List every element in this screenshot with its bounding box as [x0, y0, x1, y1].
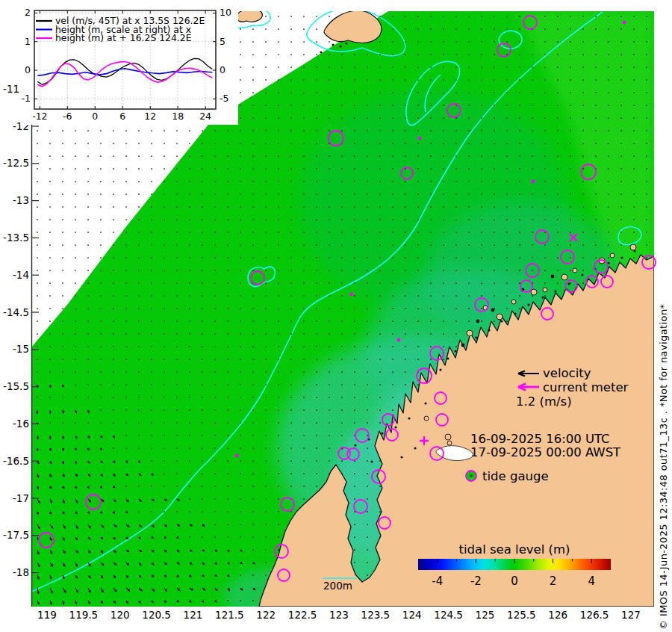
colorbar-tick-label: 4 [588, 574, 595, 588]
x-tick-label: 124.5 [434, 609, 463, 621]
roti-island [236, 10, 262, 22]
island-speck [554, 290, 556, 292]
x-tick-label: 127 [621, 609, 641, 621]
current-meter-dot [235, 454, 239, 458]
island-speck [461, 344, 465, 347]
current-meter-dot [350, 293, 354, 297]
y-tick-label: -17 [13, 492, 29, 504]
islet [497, 314, 503, 320]
island-speck [488, 329, 490, 331]
island-speck [345, 42, 347, 44]
island-speck [447, 357, 449, 359]
island-speck [514, 312, 516, 315]
island-speck [394, 426, 396, 428]
x-tick-label: 123.5 [361, 609, 391, 621]
islet [445, 434, 451, 440]
island-speck [424, 402, 426, 404]
x-tick-label: 120 [111, 609, 130, 621]
island-speck [332, 43, 334, 46]
x-tick-label: 125.5 [507, 609, 536, 621]
y-tick-label: -16.5 [3, 455, 29, 467]
islet [424, 416, 429, 421]
y-tick-label: -14.5 [3, 306, 29, 318]
island-speck [339, 45, 341, 47]
y-tick-label: -12.5 [3, 157, 29, 169]
utc-timestamp: 16-09-2025 16:00 UTC [470, 432, 610, 446]
colorbar-tick-label: -4 [432, 574, 443, 588]
island-speck [439, 368, 441, 371]
current-meter-label: current meter [543, 380, 629, 394]
island-speck [567, 282, 570, 285]
inset-yleft-label: 2 [25, 7, 31, 18]
island-speck [541, 296, 544, 298]
x-tick-label: 126.5 [580, 609, 609, 621]
colorbar-tick-label: -2 [470, 574, 482, 588]
inset-yright-label: 0 [220, 64, 225, 75]
current-meter-dot [532, 180, 535, 184]
tidal-map-canvas: -11.5-12-12.5-13-13.5-14-14.5-15-15.5-16… [0, 0, 672, 632]
legend-label-height-plus: height (m) at + 16.2S 124.2E [55, 32, 192, 43]
y-tick-label: -14 [13, 269, 29, 281]
island-speck [620, 256, 623, 258]
inset-yleft-label: -1 [22, 93, 31, 104]
islet [467, 330, 473, 336]
island-speck [370, 460, 373, 462]
island-speck [381, 432, 383, 434]
colorbar-title: tidal sea level (m) [459, 542, 570, 557]
inset-x-tick-label: 18 [172, 111, 184, 122]
colorbar-tick-label: 2 [550, 574, 557, 588]
islet [511, 300, 516, 304]
x-tick-label: 122 [256, 609, 276, 621]
island-speck [454, 350, 456, 352]
islet [573, 268, 577, 273]
island-speck [500, 320, 503, 322]
island-speck [320, 51, 322, 53]
inset-legend: vel (m/s, 45T) at x 13.5S 126.2E height … [36, 15, 205, 43]
islet [543, 288, 547, 292]
inset-x-tick-label: 12 [144, 111, 156, 122]
velocity-label: velocity [543, 366, 591, 380]
island-speck [633, 250, 635, 252]
inset-x-tick-label: 6 [119, 111, 125, 122]
inset-x-tick-label: -6 [63, 111, 72, 122]
x-tick-label: 120.5 [142, 609, 171, 621]
island-speck [476, 320, 480, 323]
y-tick-label: -18 [13, 566, 29, 578]
inset-yright-label: -5 [220, 93, 228, 104]
island-speck [527, 303, 529, 306]
x-tick-label: 122.5 [288, 609, 317, 621]
contour-200m-label: 200m [323, 580, 352, 592]
x-tick-label: 126 [548, 609, 567, 621]
y-tick-label: -17.5 [3, 529, 29, 541]
inset-x-tick-label: 0 [92, 111, 98, 122]
imos-watermark: © IMOS 14-Jun-2025 12:34:48 out71_13c . … [658, 303, 669, 630]
x-tick-label: 124 [402, 609, 422, 621]
tide-gauge-label: tide gauge [482, 469, 549, 483]
x-tick-label: 121 [184, 609, 203, 621]
current-meter-dot [418, 137, 422, 140]
x-tick-label: 125 [476, 609, 495, 621]
island-speck [414, 447, 416, 449]
x-tick-label: 119.5 [69, 609, 99, 621]
x-tick-label: 119 [37, 609, 57, 621]
colorbar-tick-label: 0 [511, 574, 518, 588]
inset-timeseries-panel: -12-6061218242101500-1-5 vel (m/s, 45T) … [20, 5, 238, 125]
x-tick-label: 123 [329, 609, 349, 621]
tidal-model-figure: -11.5-12-12.5-13-13.5-14-14.5-15-15.5-16… [0, 0, 672, 632]
islet [447, 441, 452, 445]
island-speck [354, 444, 356, 446]
y-tick-label: -16 [13, 418, 29, 430]
inset-x-tick-label: -12 [32, 111, 47, 122]
inset-yright-label: 10 [220, 7, 231, 18]
awst-timestamp: 17-09-2025 00:00 AWST [470, 445, 621, 459]
y-tick-label: -13 [13, 194, 29, 206]
y-tick-label: -15.5 [3, 380, 29, 392]
y-tick-label: -15 [13, 343, 29, 355]
island-speck [475, 336, 477, 338]
inset-yleft-label: 0 [25, 64, 31, 75]
inset-yright-label: 5 [220, 36, 225, 47]
islet [630, 244, 636, 250]
island-speck [581, 273, 583, 276]
island-speck [408, 417, 410, 419]
tide-gauge-icon [466, 471, 476, 481]
